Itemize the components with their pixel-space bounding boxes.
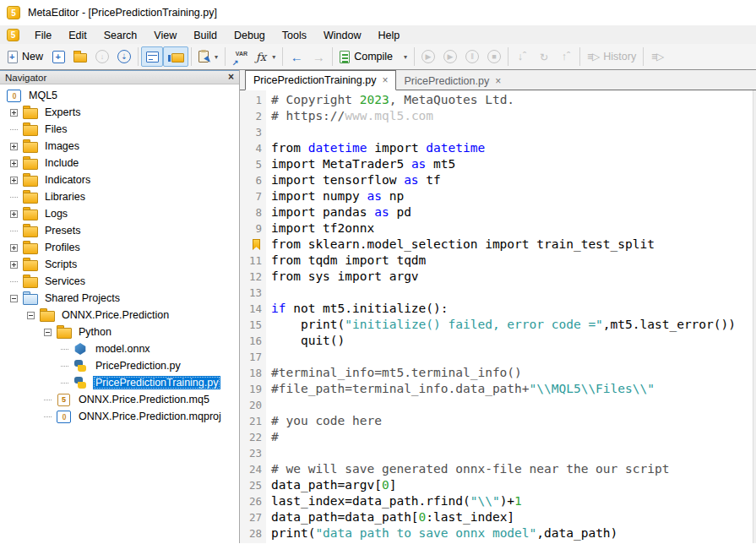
dropdown-arrow-icon[interactable]: ▾ [215,53,218,61]
tree-row[interactable]: Shared Projects [0,290,239,307]
tree-row[interactable]: ONNX.Price.Prediction.mqproj [0,408,239,425]
line-number: 26 [240,493,266,509]
line-number: 17 [240,349,266,365]
folder-icon [23,258,38,271]
tree-item-label[interactable]: ONNX.Price.Prediction.mq5 [76,393,212,406]
tree-row[interactable]: PricePredictionTraining.py [0,374,239,391]
tree-item-label[interactable]: Include [42,156,81,170]
expand-icon[interactable] [10,210,18,218]
collapse-icon[interactable] [44,329,52,336]
dropdown-arrow-icon[interactable]: ▾ [404,53,407,61]
editor-tab-bar: PricePredictionTraining.py×PricePredicti… [240,70,756,90]
toggle-toolbox-button[interactable] [163,46,188,67]
expand-icon[interactable] [10,177,18,184]
new-window-button[interactable] [47,46,69,67]
tree-item-label[interactable]: Services [42,275,88,288]
tree-row[interactable]: Experts [0,104,239,121]
new-button[interactable]: New [3,46,47,67]
compile-button[interactable]: Compile ▾ [335,46,411,67]
tree-row[interactable]: Libraries [0,188,239,205]
expand-icon[interactable] [10,244,18,252]
tree-item-label[interactable]: Experts [42,106,83,119]
menu-item-tools[interactable]: Tools [274,28,315,43]
expand-icon[interactable] [10,160,18,167]
var-icon: VAR [232,51,247,63]
collapse-icon[interactable] [10,295,18,302]
menu-item-edit[interactable]: Edit [60,28,95,43]
folder-icon [23,241,38,254]
editor-scrollbar[interactable] [753,90,756,543]
expand-icon[interactable] [10,109,18,117]
code-line: print("initialize() failed, error code =… [271,317,756,333]
tree-row[interactable]: Services [0,273,239,290]
tree-row[interactable]: Profiles [0,239,239,256]
code-line: data_path=argv[0] [271,477,756,493]
toggle-navigator-button[interactable] [141,46,163,67]
navigator-close-icon[interactable]: × [228,73,234,82]
insert-variable-button[interactable]: VAR [228,46,252,67]
tree-row[interactable]: MQL5 [0,87,239,104]
tree-item-label[interactable]: Images [42,139,82,153]
code-text[interactable]: # Copyright 2023, MetaQuotes Ltd.# https… [266,90,756,543]
tree-item-label[interactable]: ONNX.Price.Prediction.mqproj [76,410,224,423]
code-area[interactable]: 1234567891112131415161718192021222324252… [240,90,756,543]
open-button[interactable] [69,46,91,67]
tree-row[interactable]: Logs [0,205,239,222]
menu-item-file[interactable]: File [26,28,60,43]
tree-row[interactable]: ONNX.Price.Prediction.mq5 [0,391,239,408]
tree-item-label[interactable]: Presets [42,224,83,237]
tree-row[interactable]: Python [0,324,239,340]
line-number: 24 [240,461,266,477]
expand-icon[interactable] [10,261,18,269]
metaeditor-app-icon: 5 [7,6,20,19]
navigate-forward-button: → [307,46,329,67]
tab-close-icon[interactable]: × [382,74,388,86]
tree-row[interactable]: Images [0,138,239,155]
menu-item-help[interactable]: Help [369,28,408,43]
tree-item-label[interactable]: ONNX.Price.Prediction [59,308,171,322]
tree-item-label[interactable]: PricePrediction.py [93,359,183,373]
tree-item-label[interactable]: Logs [42,207,70,220]
menu-item-search[interactable]: Search [95,28,146,43]
tree-item-label[interactable]: Libraries [42,190,88,204]
navigator-tree: MQL5ExpertsFilesImagesIncludeIndicatorsL… [0,84,239,543]
tree-row[interactable]: Indicators [0,171,239,188]
menu-item-view[interactable]: View [145,28,185,43]
line-number: 3 [240,124,266,140]
editor-tab[interactable]: PricePrediction.py× [396,71,509,90]
dropdown-arrow-icon[interactable]: ▾ [272,53,275,61]
tree-item-label[interactable]: PricePredictionTraining.py [93,376,220,389]
new-file-icon [8,51,18,63]
tree-row[interactable]: ONNX.Price.Prediction [0,307,239,324]
insert-function-button[interactable]: ƒx ▾ [252,46,280,67]
menu-item-debug[interactable]: Debug [226,28,274,43]
menu-item-window[interactable]: Window [315,28,369,43]
tree-item-label[interactable]: Indicators [42,173,93,187]
tree-item-label[interactable]: Shared Projects [42,291,122,305]
tree-row[interactable]: Files [0,121,239,138]
expand-icon[interactable] [10,143,18,150]
tab-close-icon[interactable]: × [495,75,501,87]
menu-item-build[interactable]: Build [185,28,226,43]
paste-special-button[interactable]: ▾ [194,46,222,67]
tree-row[interactable]: Scripts [0,256,239,273]
paste-special-icon [199,51,209,63]
navigate-back-button[interactable]: ← [286,46,307,67]
storage-get-button[interactable]: ⇣ [113,46,135,67]
tree-row[interactable]: PricePrediction.py [0,357,239,374]
tree-guide-line [61,366,68,367]
tree-item-label[interactable]: MQL5 [26,89,60,102]
toolbar-separator [225,47,226,66]
tree-row[interactable]: model.onnx [0,340,239,357]
tree-item-label[interactable]: Profiles [42,241,83,254]
bookmark-icon[interactable] [253,239,260,250]
collapse-icon[interactable] [27,312,35,319]
tree-row[interactable]: Include [0,155,239,171]
tree-item-label[interactable]: Files [42,122,69,136]
tree-row[interactable]: Presets [0,222,239,239]
tree-item-label[interactable]: Python [76,325,114,339]
tree-item-label[interactable]: model.onnx [93,342,153,356]
editor-tab[interactable]: PricePredictionTraining.py× [245,70,396,90]
line-number: 5 [240,156,266,172]
tree-item-label[interactable]: Scripts [42,258,79,271]
